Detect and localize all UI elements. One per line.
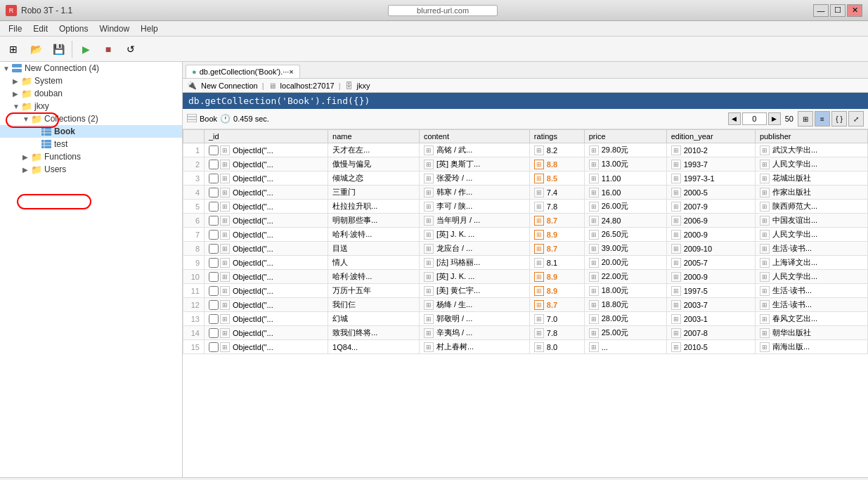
table-row: 10 ⊞ ObjectId("... 哈利·波特... ⊞ [英] J. K. … [183, 270, 868, 284]
col-header-publisher[interactable]: publisher [755, 130, 867, 143]
row-number: 14 [183, 326, 205, 340]
minimize-button[interactable]: — [813, 4, 829, 17]
sidebar-item-new-connection[interactable]: ▼ New Connection (4) [0, 62, 182, 74]
col-header-edition-year[interactable]: edition_year [666, 130, 755, 143]
col-header-price[interactable]: price [584, 130, 666, 143]
query-tab[interactable]: ● db.getCollection('Book').···× [186, 65, 300, 78]
row-checkbox[interactable] [209, 314, 219, 324]
row-checkbox[interactable] [209, 286, 219, 296]
status-bar: Logs [0, 477, 868, 480]
cell-price: ⊞ 29.80元 [584, 143, 666, 157]
content-area: ● db.getCollection('Book').···× 🔌 New Co… [183, 62, 868, 477]
cell-name: 天才在左... [328, 143, 420, 157]
row-checkbox[interactable] [209, 174, 219, 183]
row-checkbox[interactable] [209, 188, 219, 197]
view-table-button[interactable]: ⊞ [798, 111, 813, 127]
toolbar-grid-button[interactable]: ⊞ [3, 39, 24, 59]
sidebar-item-collections[interactable]: ▼ 📁 Collections (2) [0, 112, 182, 125]
row-checkbox[interactable] [209, 342, 219, 352]
row-checkbox[interactable] [209, 328, 219, 338]
col-header-ratings[interactable]: ratings [529, 130, 584, 143]
row-checkbox[interactable] [209, 300, 219, 310]
view-expand-button[interactable]: ⤢ [848, 111, 864, 127]
col-header-name[interactable]: name [328, 130, 420, 143]
row-checkbox[interactable] [209, 272, 219, 282]
maximize-button[interactable]: ☐ [830, 4, 846, 17]
menu-file[interactable]: File [3, 22, 27, 35]
cell-ratings: ⊞ 7.4 [529, 186, 584, 200]
row-checkbox[interactable] [209, 258, 219, 268]
cell-name: 目送 [328, 242, 420, 256]
close-button[interactable]: ✕ [847, 4, 862, 17]
cell-icon: ⊞ [589, 314, 599, 324]
menu-edit[interactable]: Edit [27, 22, 53, 35]
next-page-button[interactable]: ▶ [768, 112, 781, 125]
cell-icon: ⊞ [671, 188, 681, 197]
menu-help[interactable]: Help [135, 22, 164, 35]
cell-price: ⊞ ... [584, 340, 666, 354]
cell-id: ⊞ ObjectId("... [205, 186, 328, 200]
row-checkbox[interactable] [209, 230, 219, 240]
cell-edition-year: ⊞ 2007-8 [666, 326, 755, 340]
cell-icon: ⊞ [534, 272, 544, 282]
cell-icon: ⊞ [424, 300, 434, 310]
cell-publisher: ⊞ 人民文学出... [755, 270, 867, 284]
cell-ratings: ⊞ 8.7 [529, 214, 584, 228]
toolbar-open-button[interactable]: 📂 [25, 39, 46, 59]
row-checkbox[interactable] [209, 244, 219, 254]
data-table: _id name content ratings price edition_y… [183, 129, 868, 354]
cell-content: ⊞ 郭敬明 / ... [419, 312, 529, 326]
results-nav: ◀ ▶ 50 ⊞ ≡ { } ⤢ [728, 111, 864, 127]
url-bar[interactable]: blurred-url.com [388, 5, 498, 16]
toolbar-save-button[interactable]: 💾 [48, 39, 69, 59]
page-number-input[interactable] [742, 112, 767, 125]
sidebar-item-book[interactable]: Book [0, 125, 182, 138]
query-time: 0.459 sec. [233, 115, 269, 123]
cell-icon: ⊞ [760, 145, 770, 155]
cell-content: ⊞ [英] J. K. ... [419, 270, 529, 284]
cell-edition-year: ⊞ 1997-3-1 [666, 171, 755, 186]
table-row: 5 ⊞ ObjectId("... 杜拉拉升职... ⊞ 李可 / 陕... ⊞… [183, 200, 868, 214]
prev-page-button[interactable]: ◀ [728, 112, 741, 125]
cell-price: ⊞ 39.00元 [584, 242, 666, 256]
row-checkbox[interactable] [209, 145, 219, 155]
menu-window[interactable]: Window [93, 22, 135, 35]
col-header-content[interactable]: content [419, 130, 529, 143]
view-raw-button[interactable]: { } [831, 111, 847, 127]
col-header-id[interactable]: _id [205, 130, 328, 143]
data-table-container: _id name content ratings price edition_y… [183, 129, 868, 477]
cell-content: ⊞ 当年明月 / ... [419, 214, 529, 228]
toolbar-stop-button[interactable]: ■ [98, 39, 119, 59]
host-icon: 🖥 [268, 82, 276, 90]
cell-icon: ⊞ [589, 342, 599, 352]
row-number: 4 [183, 186, 205, 200]
menu-options[interactable]: Options [53, 22, 93, 35]
sidebar-item-functions[interactable]: ▶ 📁 Functions [0, 150, 182, 163]
sidebar-item-douban[interactable]: ▶ 📁 douban [0, 87, 182, 100]
cell-publisher: ⊞ 作家出版社 [755, 186, 867, 200]
sidebar-item-test[interactable]: test [0, 138, 182, 150]
toolbar-run-button[interactable]: ▶ [75, 39, 96, 59]
cell-icon: ⊞ [220, 216, 230, 226]
sidebar-item-users[interactable]: ▶ 📁 Users [0, 163, 182, 176]
row-checkbox[interactable] [209, 216, 219, 226]
view-list-button[interactable]: ≡ [815, 111, 830, 127]
sidebar-item-system[interactable]: ▶ 📁 System [0, 74, 182, 87]
toolbar-refresh-button[interactable]: ↺ [120, 39, 141, 59]
cell-ratings: ⊞ 8.8 [529, 157, 584, 171]
row-checkbox[interactable] [209, 202, 219, 212]
sidebar-item-jkxy[interactable]: ▼ 📁 jkxy [0, 100, 182, 112]
expand-arrow: ▼ [3, 65, 11, 72]
cell-icon: ⊞ [424, 342, 434, 352]
cell-price: ⊞ 28.00元 [584, 312, 666, 326]
svg-rect-0 [12, 64, 22, 67]
table-row: 6 ⊞ ObjectId("... 明朝那些事... ⊞ 当年明月 / ... … [183, 214, 868, 228]
row-checkbox[interactable] [209, 160, 219, 169]
cell-icon: ⊞ [589, 286, 599, 296]
row-number: 6 [183, 214, 205, 228]
title-bar: R Robo 3T - 1.1 blurred-url.com — ☐ ✕ [0, 0, 868, 21]
cell-edition-year: ⊞ 2007-9 [666, 200, 755, 214]
query-input[interactable] [188, 96, 862, 106]
cell-ratings: ⊞ 8.7 [529, 242, 584, 256]
cell-publisher: ⊞ 春风文艺出... [755, 312, 867, 326]
